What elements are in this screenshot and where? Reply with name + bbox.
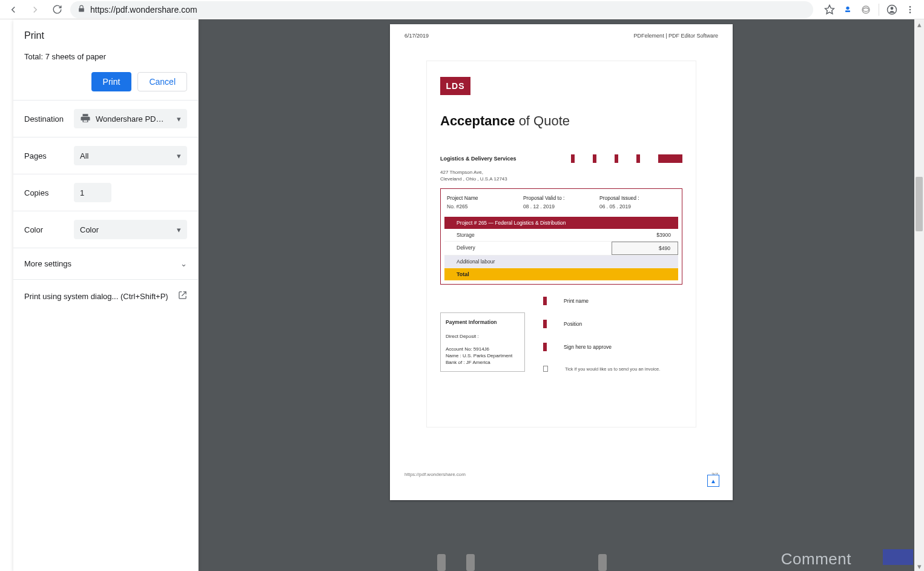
line-additional-desc: Additional labour <box>444 256 612 268</box>
tick-icon <box>636 154 640 163</box>
color-label: Color <box>24 225 74 234</box>
destination-label: Destination <box>24 114 74 124</box>
line-delivery-desc: Delivery <box>444 242 612 255</box>
svg-point-8 <box>909 12 911 13</box>
menu-icon[interactable] <box>905 4 916 15</box>
address-bar[interactable]: https://pdf.wondershare.com <box>70 1 813 18</box>
page-header-title: PDFelement | PDF Editor Software <box>634 33 718 39</box>
extension-icon-1[interactable] <box>842 4 853 15</box>
destination-select[interactable]: Wondershare PDFel ▾ <box>74 109 187 128</box>
color-value: Color <box>80 225 99 234</box>
color-row: Color Color ▾ <box>13 211 198 248</box>
print-total: Total: 7 sheets of paper <box>24 52 187 61</box>
title-light: of Quote <box>515 113 570 128</box>
payment-name: Name : U.S. Parks Department <box>446 353 520 358</box>
scroll-thumb[interactable] <box>916 177 923 231</box>
logo-badge: LDS <box>440 77 470 95</box>
print-button[interactable]: Print <box>91 72 132 91</box>
print-panel-header: Print Total: 7 sheets of paper Print Can… <box>13 19 198 100</box>
project-bar: Project # 265 — Federal Logistics & Dist… <box>444 217 678 229</box>
cancel-button[interactable]: Cancel <box>137 72 187 91</box>
line-storage-desc: Storage <box>444 229 612 241</box>
svg-point-6 <box>909 6 911 8</box>
system-dialog-link[interactable]: Print using system dialog... (Ctrl+Shift… <box>13 279 198 312</box>
destination-value: Wondershare PDFel <box>96 114 166 124</box>
more-settings-toggle[interactable]: More settings ⌄ <box>13 248 198 279</box>
tick-icon <box>543 320 547 328</box>
extension-icon-2[interactable] <box>860 4 871 15</box>
val-issued: 06 . 05 . 2019 <box>599 203 676 210</box>
scroll-down-icon[interactable]: ▾ <box>914 561 924 571</box>
sign-row-position: Position <box>543 320 682 328</box>
star-icon[interactable] <box>824 4 835 15</box>
tick-icon <box>543 297 547 305</box>
print-actions: Print Cancel <box>24 72 187 91</box>
scroll-top-button[interactable]: ▲ <box>707 475 719 487</box>
line-additional: Additional labour <box>444 256 678 268</box>
more-settings-label: More settings <box>24 259 71 268</box>
payment-box: Payment Information Direct Deposit : Acc… <box>440 312 525 372</box>
proposal-box: Project Name Proposal Valid to : Proposa… <box>440 188 682 285</box>
chevron-down-icon: ▾ <box>177 151 181 160</box>
background-artifact <box>429 553 622 571</box>
pages-value: All <box>80 151 88 160</box>
chevron-down-icon: ▾ <box>177 114 181 124</box>
print-panel: Print Total: 7 sheets of paper Print Can… <box>13 19 199 571</box>
document-body: LDS Acceptance of Quote Logistics & Deli… <box>426 61 696 427</box>
svg-marker-0 <box>825 5 834 13</box>
scroll-up-icon[interactable]: ▴ <box>914 19 924 29</box>
tick-icon <box>593 154 596 163</box>
profile-icon[interactable] <box>886 4 897 15</box>
printer-icon <box>80 113 91 125</box>
tick-icon <box>658 154 682 163</box>
address: 427 Thompson Ave, Cleveland , Ohio , U.S… <box>440 169 682 182</box>
artifact-shape <box>466 554 475 571</box>
print-preview: 6/17/2019 PDFelement | PDF Editor Softwa… <box>199 19 924 571</box>
forward-button[interactable] <box>27 1 44 18</box>
open-external-icon <box>178 291 187 302</box>
system-dialog-label: Print using system dialog... (Ctrl+Shift… <box>24 292 168 301</box>
col-project: Project Name <box>447 195 523 201</box>
line-additional-amt <box>612 256 678 268</box>
main-area: Print Total: 7 sheets of paper Print Can… <box>0 19 924 571</box>
proposal-headers: Project Name Proposal Valid to : Proposa… <box>441 189 682 203</box>
print-title: Print <box>24 30 187 41</box>
sign-invoice-label: Tick if you would like us to send you an… <box>565 366 660 372</box>
copies-row: Copies 1 <box>13 174 198 211</box>
col-valid: Proposal Valid to : <box>523 195 599 201</box>
copies-value: 1 <box>80 188 84 197</box>
line-delivery-amt: $490 <box>612 242 678 255</box>
sign-print-label: Print name <box>564 298 589 304</box>
sign-row-invoice: Tick if you would like us to send you an… <box>543 366 682 372</box>
page-footer: https://pdf.wondershare.com 3/7 <box>404 472 718 477</box>
val-valid: 08 . 12 . 2019 <box>523 203 599 210</box>
payment-account: Account No: 5914J6 <box>446 346 520 352</box>
background-artifact <box>883 549 913 565</box>
svg-point-3 <box>862 6 870 13</box>
page-header-meta: 6/17/2019 PDFelement | PDF Editor Softwa… <box>404 33 718 39</box>
extension-icons <box>824 4 916 16</box>
address-line1: 427 Thompson Ave, <box>440 169 682 176</box>
url-text: https://pdf.wondershare.com <box>90 5 197 15</box>
page-date: 6/17/2019 <box>404 33 429 39</box>
pages-label: Pages <box>24 151 74 160</box>
svg-rect-2 <box>845 10 850 12</box>
reload-button[interactable] <box>48 1 65 18</box>
signature-column: Print name Position Sign here to approve <box>543 297 682 372</box>
sign-row-approve: Sign here to approve <box>543 343 682 351</box>
preview-scrollbar[interactable]: ▴ ▾ <box>914 19 924 571</box>
col-issued: Proposal Issued : <box>599 195 676 201</box>
val-project: No. #265 <box>447 203 523 210</box>
svg-point-1 <box>846 6 849 9</box>
tick-icon <box>543 343 547 351</box>
color-select[interactable]: Color ▾ <box>74 220 187 239</box>
footer-url: https://pdf.wondershare.com <box>404 472 466 477</box>
artifact-shape <box>437 554 446 571</box>
copies-label: Copies <box>24 188 74 197</box>
title-bold: Acceptance <box>440 113 515 128</box>
copies-input[interactable]: 1 <box>74 183 111 202</box>
back-button[interactable] <box>5 1 22 18</box>
print-total-value: 7 sheets of paper <box>45 52 106 61</box>
pages-select[interactable]: All ▾ <box>74 146 187 165</box>
sign-row-print: Print name <box>543 297 682 305</box>
